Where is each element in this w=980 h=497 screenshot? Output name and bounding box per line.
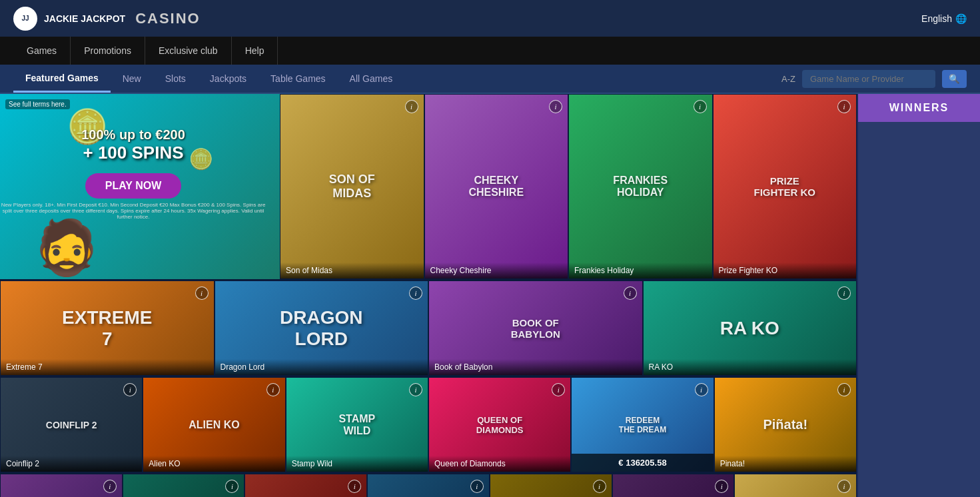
game-card-dragon-lord[interactable]: DRAGONLORD i Dragon Lord: [215, 280, 429, 376]
cat-all-games[interactable]: All Games: [338, 65, 405, 93]
cat-table-games[interactable]: Table Games: [258, 65, 337, 93]
game-card-alien-ko[interactable]: ALIEN KO i Alien KO: [143, 377, 285, 472]
info-icon[interactable]: i: [405, 100, 418, 113]
banner-headline2: + 100 SPINS: [0, 143, 266, 163]
info-icon[interactable]: i: [103, 480, 117, 493]
category-bar: Featured Games New Slots Jackpots Table …: [0, 65, 980, 94]
search-button[interactable]: 🔍: [942, 70, 967, 88]
banner-small-text: New Players only. 18+. Min First Deposit…: [0, 202, 266, 220]
game-card-lucky-charms[interactable]: LUCKYCHARMS 🍀 i Lucky Charms: [734, 474, 857, 497]
header: JJ JACKIE JACKPOT CASINO English 🌐: [0, 0, 980, 37]
casino-label: CASINO: [135, 10, 201, 27]
logo-text: JACKIE JACKPOT: [44, 13, 125, 24]
game-name: Extreme 7: [1, 359, 214, 375]
banner-headline1: 100% up to €200: [0, 127, 266, 143]
info-icon[interactable]: i: [624, 286, 637, 300]
game-card-coinflip-2[interactable]: COINFLIP 2 i Coinflip 2: [0, 377, 143, 472]
game-card-son-of-midas[interactable]: NEW SON OFMIDAS i Son of Midas: [280, 94, 424, 279]
nav-bar: Games Promotions Exclusive club Help: [0, 37, 980, 65]
info-icon[interactable]: i: [470, 480, 484, 493]
game-card-redeem-the-dream[interactable]: REDEEMTHE DREAM i € 136205.58: [571, 377, 714, 472]
game-name: Pinata!: [715, 456, 856, 472]
game-name: Prize Fighter KO: [714, 262, 857, 278]
game-card-stamp-wild[interactable]: STAMPWILD i Stamp Wild: [286, 377, 428, 472]
game-card-extreme-7[interactable]: EXTREME7 i Extreme 7: [0, 280, 215, 376]
info-icon[interactable]: i: [695, 383, 708, 396]
nav-games[interactable]: Games: [13, 37, 71, 65]
info-icon[interactable]: i: [593, 480, 606, 493]
games-area: See full terms here. 🧔 🪙 🪙 100% up to €2…: [0, 94, 857, 497]
game-card-book-of-babylon[interactable]: BOOK OFBABYLON i Book of Babylon: [428, 280, 643, 376]
language-selector[interactable]: English 🌐: [921, 13, 967, 24]
game-name: Dragon Lord: [215, 359, 428, 375]
game-visual: PRIZEFIGHTER KO: [714, 95, 857, 278]
globe-icon: 🌐: [955, 13, 967, 24]
cat-jackpots[interactable]: Jackpots: [198, 65, 258, 93]
nav-help[interactable]: Help: [232, 37, 278, 65]
game-name: Queen of Diamonds: [429, 456, 570, 472]
logo[interactable]: JJ JACKIE JACKPOT: [13, 7, 125, 31]
game-name: RA KO: [644, 359, 857, 375]
game-card-pirates-hoard[interactable]: PIRATE'SHOARD i Pirate's Hoard: [123, 474, 245, 497]
nav-exclusive-club[interactable]: Exclusive club: [145, 37, 232, 65]
main-content: See full terms here. 🧔 🪙 🪙 100% up to €2…: [0, 94, 980, 497]
search-area: A-Z 🔍: [781, 70, 967, 88]
games-row-3: COINFLIP 2 i Coinflip 2 ALIEN KO i Alien…: [0, 377, 857, 474]
games-row-4: RAINBOWCHARMS i Rainbow Charms PIRATE'SH…: [0, 474, 857, 497]
header-right: English 🌐: [921, 13, 967, 24]
info-icon[interactable]: i: [837, 286, 851, 300]
search-input[interactable]: [802, 70, 935, 88]
winners-panel: WINNERS: [857, 94, 980, 497]
game-card-queen-of-diamonds[interactable]: QUEEN OFDIAMONDS i Queen of Diamonds: [428, 377, 571, 472]
cat-new[interactable]: New: [111, 65, 153, 93]
logo-icon: JJ: [13, 7, 37, 31]
nav-promotions[interactable]: Promotions: [71, 37, 145, 65]
winners-content: [858, 122, 980, 135]
language-label: English: [921, 13, 952, 24]
game-card-reel-bandits[interactable]: REELBANDITS i Reel Bandits: [367, 474, 490, 497]
game-card-frankies-holiday[interactable]: FRANKIESHOLIDAY i Frankies Holiday: [568, 94, 713, 279]
game-card-cash-rumble[interactable]: CASHRUMBLE x10 i Cash Rumble x10: [245, 474, 367, 497]
game-name: Stamp Wild: [286, 456, 428, 472]
game-visual: CHEEKYCHESHIRE: [425, 95, 568, 278]
game-card-power-cash[interactable]: POWERCASH 💰 i Power Cash: [612, 474, 735, 497]
game-name: Cheeky Cheshire: [425, 262, 568, 278]
game-name: Frankies Holiday: [569, 262, 712, 278]
info-icon[interactable]: i: [837, 100, 851, 113]
game-card-prize-fighter-ko[interactable]: PRIZEFIGHTER KO i Prize Fighter KO: [713, 94, 857, 279]
game-card-ra-ko[interactable]: RA KO i RA KO: [643, 280, 857, 376]
az-label: A-Z: [781, 74, 795, 84]
info-icon[interactable]: i: [266, 383, 280, 396]
cat-featured-games[interactable]: Featured Games: [13, 65, 111, 93]
games-row-2: EXTREME7 i Extreme 7 DRAGONLORD i Dragon…: [0, 280, 857, 377]
game-name: Alien KO: [143, 456, 284, 472]
game-name: Son of Midas: [280, 262, 424, 278]
promo-banner[interactable]: See full terms here. 🧔 🪙 🪙 100% up to €2…: [0, 94, 280, 279]
jackpot-amount: € 136205.58: [572, 454, 713, 472]
game-visual: SON OFMIDAS: [280, 95, 424, 278]
cat-slots[interactable]: Slots: [153, 65, 198, 93]
game-visual: FRANKIESHOLIDAY: [569, 95, 712, 278]
info-icon[interactable]: i: [409, 286, 422, 300]
info-icon[interactable]: i: [549, 100, 562, 113]
info-icon[interactable]: i: [409, 383, 422, 396]
game-card-rainbow-charms[interactable]: RAINBOWCHARMS i Rainbow Charms: [0, 474, 123, 497]
game-card-wild-win-doubler[interactable]: WILD WINDOUBLER $$ i Wild Win Doubler: [490, 474, 612, 497]
info-icon[interactable]: i: [837, 480, 851, 493]
winners-header: WINNERS: [858, 94, 980, 122]
info-icon[interactable]: i: [837, 383, 851, 396]
game-card-cheeky-cheshire[interactable]: CHEEKYCHESHIRE i Cheeky Cheshire: [424, 94, 569, 279]
info-icon[interactable]: i: [694, 100, 707, 113]
play-now-button[interactable]: PLAY NOW: [85, 173, 181, 199]
game-name: Book of Babylon: [429, 359, 642, 375]
info-icon[interactable]: i: [195, 286, 209, 300]
game-name: Coinflip 2: [1, 456, 142, 472]
banner-text-block: 100% up to €200 + 100 SPINS PLAY NOW New…: [0, 127, 266, 220]
game-card-pinata[interactable]: Piñata! i Pinata!: [714, 377, 857, 472]
